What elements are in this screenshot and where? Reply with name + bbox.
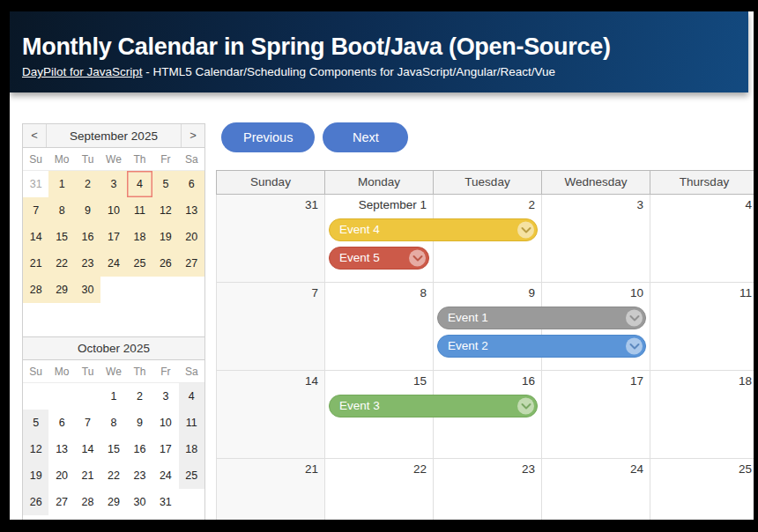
mini-day-cell[interactable]: 3 — [100, 171, 126, 197]
day-cell[interactable]: 25 — [650, 459, 754, 520]
navigator-weekday-row: SuMoTuWeThFrSa — [23, 360, 204, 383]
day-cell[interactable]: 8 — [325, 283, 434, 371]
mini-day-cell[interactable]: 7 — [75, 410, 100, 436]
mini-day-cell[interactable]: 14 — [75, 436, 100, 462]
mini-day-cell[interactable]: 27 — [48, 489, 74, 515]
day-cell[interactable]: 11 — [650, 283, 754, 371]
day-cell[interactable]: 31 — [217, 195, 325, 283]
mini-day-cell[interactable]: 23 — [75, 250, 100, 277]
mini-day-cell[interactable]: 17 — [152, 436, 178, 462]
mini-day-cell[interactable]: 25 — [179, 462, 204, 489]
mini-day-cell[interactable]: 18 — [179, 436, 204, 462]
event-menu-button[interactable] — [626, 338, 643, 355]
mini-day-cell[interactable]: 4 — [179, 383, 204, 410]
mini-day-cell[interactable]: 26 — [152, 250, 178, 277]
navigator-month: <September 2025>SuMoTuWeThFrSa3112345678… — [23, 124, 204, 303]
day-cell[interactable]: 17 — [542, 371, 650, 459]
mini-day-cell[interactable]: 21 — [23, 250, 48, 277]
calendar-header-cell: Thursday — [650, 171, 754, 194]
event-menu-button[interactable] — [409, 250, 426, 267]
event-pill[interactable]: Event 4 — [329, 218, 538, 241]
event-pill[interactable]: Event 2 — [437, 335, 646, 358]
mini-day-cell — [179, 489, 204, 515]
mini-day-cell[interactable]: 6 — [48, 410, 74, 436]
mini-day-cell[interactable]: 11 — [127, 197, 152, 224]
mini-day-cell[interactable]: 13 — [179, 197, 204, 224]
mini-day-cell[interactable]: 25 — [127, 250, 152, 277]
calendar-week-row: 78910111213Event 1Event 2 — [216, 283, 754, 371]
mini-day-cell[interactable]: 17 — [100, 224, 126, 250]
mini-day-cell[interactable]: 6 — [179, 171, 204, 197]
mini-day-cell[interactable]: 12 — [23, 436, 48, 462]
event-pill[interactable]: Event 3 — [329, 395, 538, 417]
mini-day-cell[interactable]: 15 — [100, 436, 126, 462]
day-cell[interactable]: 22 — [325, 459, 434, 520]
mini-day-cell[interactable]: 19 — [152, 224, 178, 250]
mini-day-cell[interactable]: 9 — [75, 197, 100, 224]
mini-day-cell[interactable]: 29 — [48, 277, 74, 303]
mini-day-cell[interactable]: 1 — [48, 171, 74, 197]
event-menu-button[interactable] — [517, 222, 534, 239]
mini-day-cell[interactable]: 18 — [127, 224, 152, 250]
mini-day-cell[interactable]: 5 — [23, 410, 48, 436]
mini-day-cell[interactable]: 12 — [152, 197, 178, 224]
mini-day-cell[interactable]: 16 — [127, 436, 152, 462]
event-menu-button[interactable] — [517, 398, 534, 415]
mini-day-cell[interactable]: 10 — [152, 410, 178, 436]
day-cell[interactable]: 23 — [434, 459, 542, 520]
mini-day-cell[interactable]: 2 — [127, 383, 152, 410]
calendar-header-cell: Monday — [325, 171, 434, 194]
mini-day-cell[interactable]: 7 — [23, 197, 48, 224]
mini-day-cell[interactable]: 26 — [23, 489, 48, 515]
mini-day-cell[interactable]: 30 — [127, 489, 152, 515]
previous-button[interactable]: Previous — [221, 122, 315, 152]
mini-day-cell[interactable]: 5 — [152, 171, 178, 197]
mini-day-cell[interactable]: 19 — [23, 462, 48, 489]
mini-day-cell[interactable]: 31 — [23, 171, 48, 197]
mini-day-cell[interactable]: 20 — [48, 462, 74, 489]
mini-day-cell[interactable]: 30 — [75, 277, 100, 303]
mini-day-cell[interactable]: 22 — [48, 250, 74, 277]
mini-day-cell[interactable]: 21 — [75, 462, 100, 489]
mini-day-cell[interactable]: 16 — [75, 224, 100, 250]
day-cell[interactable]: 14 — [217, 371, 325, 459]
day-number: 14 — [217, 371, 324, 388]
mini-day-cell[interactable]: 8 — [100, 410, 126, 436]
mini-day-cell[interactable]: 23 — [127, 462, 152, 489]
mini-day-cell[interactable]: 31 — [152, 489, 178, 515]
next-button[interactable]: Next — [323, 122, 408, 152]
mini-day-cell[interactable]: 3 — [152, 383, 178, 410]
mini-day-cell[interactable]: 2 — [75, 171, 100, 197]
mini-day-cell[interactable]: 8 — [48, 197, 74, 224]
day-cell[interactable]: 7 — [217, 283, 325, 371]
mini-day-cell[interactable]: 9 — [127, 410, 152, 436]
day-cell[interactable]: 3 — [542, 195, 650, 283]
previous-month-button[interactable]: < — [23, 124, 47, 147]
next-month-button[interactable]: > — [181, 124, 204, 147]
mini-day-cell[interactable]: 22 — [100, 462, 126, 489]
mini-day-cell — [179, 277, 204, 303]
mini-day-cell[interactable]: 29 — [100, 489, 126, 515]
mini-day-cell[interactable]: 15 — [48, 224, 74, 250]
mini-day-cell[interactable]: 28 — [75, 489, 100, 515]
mini-day-cell[interactable]: 10 — [100, 197, 126, 224]
mini-day-cell[interactable]: 11 — [179, 410, 204, 436]
day-cell[interactable]: 24 — [542, 459, 650, 520]
day-cell[interactable]: 18 — [650, 371, 754, 459]
mini-day-cell[interactable]: 28 — [23, 277, 48, 303]
day-cell[interactable]: 21 — [217, 459, 325, 520]
mini-day-cell[interactable]: 24 — [152, 462, 178, 489]
event-pill[interactable]: Event 1 — [437, 307, 646, 329]
daypilot-link[interactable]: DayPilot for JavaScript — [22, 65, 143, 78]
mini-day-cell[interactable]: 27 — [179, 250, 204, 277]
event-menu-button[interactable] — [626, 310, 643, 327]
mini-day-cell[interactable]: 13 — [48, 436, 74, 462]
mini-day-cell[interactable]: 1 — [100, 383, 126, 410]
mini-day-cell[interactable]: 4 — [127, 171, 152, 197]
mini-day-cell[interactable]: 24 — [100, 250, 126, 277]
weekday-label: Tu — [75, 148, 100, 171]
day-cell[interactable]: 4 — [650, 195, 754, 283]
mini-day-cell[interactable]: 14 — [23, 224, 48, 250]
mini-day-cell[interactable]: 20 — [179, 224, 204, 250]
event-pill[interactable]: Event 5 — [329, 247, 429, 270]
